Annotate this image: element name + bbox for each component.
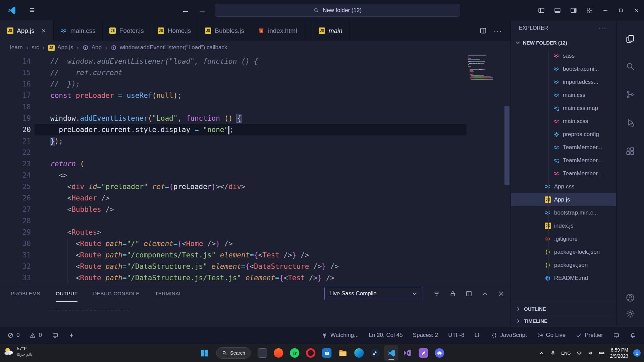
tree-item-gitignore[interactable]: .gitignore — [511, 232, 616, 245]
line-number[interactable]: 33 — [0, 272, 31, 284]
code-line[interactable]: 14// window.addEventListener("load", fun… — [0, 56, 511, 67]
minimap[interactable] — [468, 55, 493, 80]
language-indicator[interactable]: ENG — [561, 351, 571, 356]
taskbar-app-spotify[interactable] — [288, 345, 302, 361]
code-editor[interactable]: 14// window.addEventListener("load", fun… — [0, 54, 511, 285]
maximize-button[interactable] — [613, 0, 629, 20]
status-utf-8[interactable]: UTF-8 — [448, 332, 464, 339]
breadcrumb-item-app-js[interactable]: JSApp.js — [48, 44, 73, 51]
editor-scrollbar[interactable] — [504, 106, 509, 185]
section-timeline[interactable]: TIMELINE — [511, 315, 616, 326]
mic-icon[interactable] — [550, 350, 556, 356]
taskbar-app-file-explorer[interactable] — [336, 345, 350, 361]
code-line[interactable]: 21}); — [0, 135, 511, 147]
breadcrumb-item-learn[interactable]: learn — [10, 44, 23, 51]
account-icon[interactable] — [625, 293, 635, 303]
volume-icon[interactable] — [587, 350, 594, 356]
line-number[interactable]: 17 — [0, 90, 31, 101]
status-javascript[interactable]: JavaScript — [491, 332, 527, 339]
toggle-sidebar-icon[interactable] — [538, 7, 545, 14]
code-line[interactable]: 32 <Route path="/DataStructure.js" eleme… — [0, 261, 511, 272]
status-debug-screen[interactable] — [52, 332, 58, 339]
taskbar-app-opera[interactable] — [304, 345, 318, 361]
breadcrumb-item-window-addeventlistener-load-callback[interactable]: window.addEventListener("Load") callback — [110, 44, 227, 51]
tree-item-index-js[interactable]: JSindex.js — [511, 219, 616, 232]
tree-item-package-lock-json[interactable]: package-lock.json — [511, 245, 616, 258]
menu-icon[interactable]: ≡ — [30, 5, 35, 15]
line-number[interactable]: 29 — [0, 227, 31, 238]
close-icon[interactable] — [497, 290, 505, 297]
tree-item-readme-md[interactable]: README.md — [511, 272, 616, 285]
minimize-button[interactable] — [598, 0, 613, 20]
line-number[interactable]: 20 — [0, 124, 31, 135]
taskbar-app-lightshot[interactable] — [417, 345, 431, 361]
code-line[interactable]: 25 <div id="preloader" ref={preLoader}><… — [0, 181, 511, 192]
line-number[interactable]: 25 — [0, 181, 31, 192]
tab-index-html[interactable]: 5index.html — [251, 20, 304, 41]
lock-icon[interactable] — [449, 290, 457, 297]
battery-icon[interactable] — [599, 350, 605, 356]
split-window-icon[interactable] — [465, 290, 473, 297]
clock[interactable]: 6:59 PM 2/9/2023 — [610, 347, 629, 359]
tree-item-main-css-map[interactable]: main.css.map — [511, 102, 616, 115]
tree-item-teammember[interactable]: TeamMember.... — [511, 167, 616, 180]
output-channel-select[interactable]: Live Sass Compile — [324, 287, 423, 300]
taskbar-app-brave[interactable] — [272, 345, 286, 361]
panel-tab-output[interactable]: OUTPUT — [56, 285, 77, 302]
search-icon[interactable] — [625, 61, 635, 71]
code-line[interactable]: 26 <Header /> — [0, 192, 511, 204]
code-line[interactable]: 33 <Route path="/DataStructure.js/Test.j… — [0, 272, 511, 284]
editor-more-actions-icon[interactable]: ··· — [494, 27, 502, 34]
tray-overflow-icon[interactable] — [538, 350, 545, 356]
panel-tab-terminal[interactable]: TERMINAL — [155, 285, 182, 302]
line-number[interactable]: 24 — [0, 170, 31, 181]
code-line[interactable]: 19window.addEventListener("Load", functi… — [0, 113, 511, 124]
code-line[interactable]: 23return ( — [0, 158, 511, 170]
back-icon[interactable]: ← — [181, 5, 190, 15]
status-prettier[interactable]: Prettier — [576, 332, 603, 339]
tree-item-main-scss[interactable]: main.scss — [511, 115, 616, 128]
status-watching[interactable]: Watching... — [321, 332, 359, 339]
line-number[interactable]: 32 — [0, 261, 31, 272]
tab-footer-js[interactable]: JSFooter.js — [103, 20, 151, 41]
taskbar-search[interactable]: Search — [216, 347, 251, 359]
code-line[interactable]: 27 <Bubbles /> — [0, 204, 511, 215]
folder-section-header[interactable]: NEW FOLDER (12) — [511, 36, 616, 49]
command-center[interactable]: New folder (12) — [215, 4, 460, 17]
code-line[interactable]: 16// }); — [0, 78, 511, 90]
tab-app-js[interactable]: JSApp.js — [0, 20, 54, 41]
taskbar-app-store[interactable] — [320, 345, 334, 361]
files-icon[interactable] — [625, 34, 635, 44]
breadcrumb-item-src[interactable]: src — [32, 44, 39, 51]
line-number[interactable]: 22 — [0, 147, 31, 158]
tree-item-bootstrap-mi[interactable]: bootstrap.mi... — [511, 62, 616, 75]
run-debug-icon[interactable] — [625, 118, 635, 128]
taskbar-app-visual-studio[interactable] — [400, 345, 415, 361]
code-line[interactable]: 30 <Route path="/" element={<Home />} /> — [0, 238, 511, 249]
weather-widget[interactable]: 57°F غائم جزئيًا — [3, 346, 33, 357]
toggle-secondary-sidebar-icon[interactable] — [570, 7, 577, 14]
status-0[interactable]: 0 — [30, 332, 42, 339]
taskbar-app-edge[interactable] — [352, 345, 366, 361]
settings-icon[interactable] — [625, 309, 635, 319]
line-number[interactable]: 30 — [0, 238, 31, 249]
code-line[interactable]: 31 <Route path="/components/Test.js" ele… — [0, 249, 511, 261]
tab-main-css[interactable]: main.css — [54, 20, 103, 41]
explorer-more-actions-icon[interactable]: ··· — [598, 25, 607, 32]
tab-home-js[interactable]: JSHome.js — [151, 20, 198, 41]
section-outline[interactable]: OUTLINE — [511, 303, 616, 315]
code-line[interactable]: 18 — [0, 101, 511, 113]
toggle-panel-icon[interactable] — [554, 7, 561, 14]
status-bolt[interactable] — [68, 332, 75, 339]
split-editor-icon[interactable] — [479, 27, 487, 35]
status-lf[interactable]: LF — [474, 332, 481, 339]
tree-item-prepros-config[interactable]: prepros.config — [511, 128, 616, 141]
taskbar-app-discord[interactable] — [433, 345, 447, 361]
line-number[interactable]: 19 — [0, 113, 31, 124]
line-number[interactable]: 21 — [0, 135, 31, 147]
line-number[interactable]: 31 — [0, 249, 31, 261]
start-button[interactable] — [197, 345, 211, 361]
line-number[interactable]: 26 — [0, 192, 31, 204]
code-line[interactable]: 22 — [0, 147, 511, 158]
tree-item-package-json[interactable]: package.json — [511, 258, 616, 272]
